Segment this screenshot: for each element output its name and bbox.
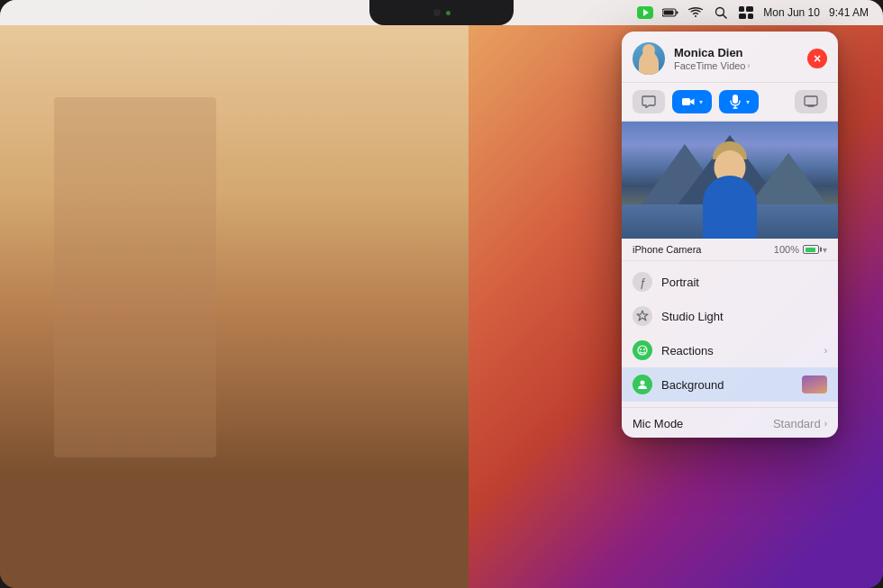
svg-rect-2: [664, 11, 674, 15]
reactions-icon: [633, 340, 652, 360]
contact-name: Monica Dien: [674, 46, 798, 60]
video-chevron-icon: ▾: [699, 98, 703, 106]
studio-light-label: Studio Light: [661, 310, 827, 323]
svg-rect-10: [733, 95, 738, 104]
svg-rect-8: [748, 14, 753, 19]
chat-icon: [642, 95, 656, 109]
menubar-date: Mon Jun 10: [763, 6, 820, 19]
svg-rect-7: [739, 14, 746, 19]
battery-info: 100% ▾: [774, 244, 827, 255]
video-preview: [622, 122, 838, 239]
battery-icon: [803, 245, 819, 254]
mic-mode-value-text: Standard: [773, 417, 821, 430]
facetime-menu-icon[interactable]: [637, 6, 653, 19]
svg-rect-13: [805, 96, 817, 105]
avatar-person-shape: [639, 51, 659, 75]
contact-chevron-icon: ›: [747, 61, 750, 70]
notch: [369, 0, 514, 25]
facetime-panel: Monica Dien FaceTime Video ›: [622, 32, 838, 438]
mic-button[interactable]: ▾: [719, 90, 759, 113]
svg-rect-6: [746, 6, 753, 12]
svg-line-4: [723, 14, 726, 18]
screen-share-button[interactable]: [795, 90, 827, 113]
svg-point-18: [640, 348, 642, 350]
mic-icon: [728, 95, 742, 109]
menu-item-background[interactable]: Background: [622, 367, 838, 402]
battery-menu-icon: [662, 5, 678, 21]
menu-divider: [622, 407, 838, 408]
battery-percent: 100%: [774, 244, 799, 255]
svg-point-20: [641, 381, 645, 385]
menu-item-reactions[interactable]: Reactions ›: [622, 333, 838, 367]
control-center-menu-icon[interactable]: [738, 5, 754, 21]
person-container: [0, 25, 469, 588]
contact-subtitle: FaceTime Video ›: [674, 60, 798, 71]
mac-frame: Mon Jun 10 9:41 AM Monica Dien FaceTim: [0, 0, 883, 588]
camera-name: iPhone Camera: [633, 244, 701, 255]
battery-fill: [806, 248, 815, 252]
mic-mode-row[interactable]: Mic Mode Standard ›: [622, 410, 838, 438]
chat-button[interactable]: [633, 90, 665, 113]
vp-body: [703, 176, 757, 239]
background-icon: [633, 375, 652, 394]
studio-light-icon: [633, 306, 652, 326]
screen-share-icon: [804, 95, 818, 109]
indicator-dot: [446, 11, 451, 15]
menu-items: ƒ Portrait Studio Light: [622, 261, 838, 405]
panel-header: Monica Dien FaceTime Video ›: [622, 32, 838, 83]
video-button[interactable]: ▾: [672, 90, 712, 113]
video-icon: [681, 95, 696, 109]
svg-rect-9: [682, 98, 690, 105]
wifi-menu-icon: [687, 5, 704, 21]
contact-avatar: [633, 42, 665, 75]
close-button[interactable]: [807, 49, 827, 68]
mic-mode-value: Standard ›: [773, 417, 827, 430]
contact-info: Monica Dien FaceTime Video ›: [674, 46, 798, 71]
menu-item-portrait[interactable]: ƒ Portrait: [622, 265, 838, 299]
f-icon: ƒ: [639, 276, 645, 289]
background-thumbnail: [802, 375, 827, 394]
wall-panel: [54, 97, 216, 457]
mic-chevron-icon: ▾: [746, 98, 750, 106]
svg-rect-5: [739, 6, 744, 12]
avatar-inner: [633, 42, 665, 75]
menubar-time: 9:41 AM: [829, 6, 869, 19]
background-thumb-inner: [802, 375, 827, 394]
contact-subtitle-text: FaceTime Video: [674, 60, 745, 71]
video-person: [694, 140, 766, 239]
mic-mode-label: Mic Mode: [633, 417, 683, 430]
portrait-label: Portrait: [661, 276, 827, 289]
background-label: Background: [661, 378, 793, 392]
camera-dot: [433, 9, 441, 16]
expand-chevron-icon: ▾: [823, 245, 827, 255]
camera-info-bar: iPhone Camera 100% ▾: [622, 239, 838, 261]
search-menu-icon[interactable]: [713, 5, 729, 21]
controls-row: ▾ ▾: [622, 83, 838, 122]
svg-rect-1: [677, 12, 678, 14]
reactions-label: Reactions: [661, 344, 815, 357]
svg-marker-16: [637, 311, 648, 321]
menu-item-studio-light[interactable]: Studio Light: [622, 299, 838, 333]
portrait-icon: ƒ: [633, 272, 652, 292]
mic-mode-chevron-icon: ›: [824, 419, 827, 429]
svg-point-19: [643, 348, 645, 350]
reactions-chevron-icon: ›: [824, 346, 827, 356]
menubar-right: Mon Jun 10 9:41 AM: [637, 5, 869, 21]
